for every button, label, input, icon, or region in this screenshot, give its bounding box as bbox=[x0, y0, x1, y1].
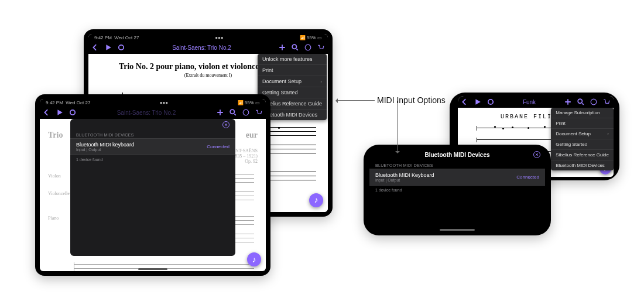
menu-doc-setup[interactable]: Document Setup› bbox=[258, 76, 327, 87]
bt-footer: 1 device found bbox=[70, 155, 235, 164]
play-icon[interactable] bbox=[56, 109, 63, 116]
close-icon[interactable] bbox=[533, 151, 540, 158]
status-battery: 55% bbox=[307, 35, 316, 40]
app-toolbar: Saint-Saens: Trio No.2 bbox=[40, 106, 266, 119]
notch bbox=[364, 179, 368, 202]
search-icon[interactable] bbox=[229, 109, 237, 116]
bt-device-io: Input | Output bbox=[76, 148, 134, 152]
fab-note-button[interactable]: ♪ bbox=[247, 252, 261, 266]
bt-device-name: Bluetooth MIDI Keyboard bbox=[375, 172, 434, 178]
bt-section-label: BLUETOOTH MIDI DEVICES bbox=[70, 131, 235, 138]
status-time: 9:42 PM bbox=[94, 35, 112, 40]
play-icon[interactable] bbox=[474, 98, 481, 105]
search-icon[interactable] bbox=[292, 44, 299, 51]
cart-icon[interactable] bbox=[255, 109, 262, 116]
menu-manage-subscription[interactable]: Manage Subscription bbox=[551, 108, 614, 118]
menu-reference-guide[interactable]: Sibelius Reference Guide bbox=[551, 150, 614, 160]
bt-device-io: Input | Output bbox=[375, 178, 434, 182]
svg-point-8 bbox=[578, 99, 582, 103]
fab-note-button[interactable]: ♪ bbox=[309, 193, 323, 207]
more-menu: Manage Subscription Print Document Setup… bbox=[551, 108, 614, 170]
close-icon[interactable] bbox=[222, 121, 229, 128]
score-title: Saint-Saens: Trio No.2 bbox=[125, 45, 279, 51]
status-date: Wed Oct 27 bbox=[114, 35, 139, 40]
home-indicator bbox=[440, 229, 475, 231]
doc-title-right: eur bbox=[246, 131, 258, 140]
home-indicator bbox=[138, 268, 167, 270]
svg-point-3 bbox=[70, 110, 75, 115]
bt-device-status: Connected bbox=[516, 175, 539, 180]
cart-icon[interactable] bbox=[603, 98, 610, 105]
menu-bluetooth-midi[interactable]: Bluetooth MIDI Devices bbox=[551, 160, 614, 170]
annotation-arrow bbox=[397, 101, 398, 152]
svg-point-4 bbox=[230, 110, 234, 114]
annotation-arrow bbox=[337, 100, 375, 101]
bt-device-row[interactable]: Bluetooth MIDI Keyboard Input | Output C… bbox=[369, 169, 545, 186]
annotation-label: MIDI Input Options bbox=[377, 95, 446, 105]
menu-print[interactable]: Print bbox=[551, 118, 614, 129]
chevron-right-icon: › bbox=[607, 131, 609, 136]
back-icon[interactable] bbox=[461, 98, 468, 105]
record-icon[interactable] bbox=[69, 109, 76, 116]
bt-device-row[interactable]: Bluetooth MIDI keyboard Input | Output C… bbox=[70, 138, 235, 155]
bt-section-label: BLUETOOTH MIDI DEVICES bbox=[369, 161, 545, 169]
svg-point-0 bbox=[119, 45, 124, 50]
search-icon[interactable] bbox=[577, 98, 584, 105]
doc-title-left: Trio bbox=[48, 131, 63, 140]
back-icon[interactable] bbox=[92, 44, 99, 51]
chevron-right-icon: › bbox=[320, 79, 322, 84]
record-icon[interactable] bbox=[118, 44, 125, 51]
globe-icon[interactable] bbox=[304, 44, 311, 51]
iphone-front-device: Bluetooth MIDI Devices BLUETOOTH MIDI DE… bbox=[364, 145, 551, 235]
ipad-front-screen: 9:42 PM Wed Oct 27 ●●● 📶 55% ▭ Saint-Sae… bbox=[40, 99, 266, 271]
bt-footer: 1 device found bbox=[369, 186, 545, 194]
bluetooth-midi-panel: BLUETOOTH MIDI DEVICES Bluetooth MIDI ke… bbox=[70, 119, 235, 256]
statusbar: 9:42 PM Wed Oct 27 ●●● 📶 55% ▭ bbox=[88, 34, 328, 41]
globe-icon[interactable] bbox=[590, 98, 597, 105]
play-icon[interactable] bbox=[105, 44, 112, 51]
menu-unlock-features[interactable]: Unlock more features bbox=[258, 54, 327, 65]
app-toolbar: Saint-Saens: Trio No.2 bbox=[88, 41, 328, 54]
add-icon[interactable] bbox=[564, 98, 571, 105]
svg-point-1 bbox=[292, 45, 296, 49]
bt-device-name: Bluetooth MIDI keyboard bbox=[76, 142, 134, 148]
score-title: Saint-Saens: Trio No.2 bbox=[76, 110, 217, 116]
add-icon[interactable] bbox=[279, 44, 286, 51]
svg-point-5 bbox=[243, 110, 249, 115]
back-icon[interactable] bbox=[43, 109, 50, 116]
cart-icon[interactable] bbox=[317, 44, 324, 51]
bt-title: Bluetooth MIDI Devices bbox=[424, 152, 489, 158]
iphone-front-screen: Bluetooth MIDI Devices BLUETOOTH MIDI DE… bbox=[369, 148, 545, 232]
globe-icon[interactable] bbox=[242, 109, 249, 116]
svg-point-2 bbox=[305, 45, 311, 50]
score-title: Funk bbox=[494, 99, 564, 105]
menu-print[interactable]: Print bbox=[258, 65, 327, 76]
svg-point-9 bbox=[591, 99, 597, 105]
add-icon[interactable] bbox=[217, 109, 224, 116]
menu-doc-setup[interactable]: Document Setup› bbox=[551, 129, 614, 139]
statusbar: 9:42 PM Wed Oct 27 ●●● 📶 55% ▭ bbox=[40, 99, 266, 106]
app-toolbar: Funk bbox=[458, 96, 614, 108]
ipad-front-device: 9:42 PM Wed Oct 27 ●●● 📶 55% ▭ Saint-Sae… bbox=[35, 94, 270, 276]
bt-device-status: Connected bbox=[207, 144, 229, 149]
menu-getting-started[interactable]: Getting Started bbox=[551, 139, 614, 150]
record-icon[interactable] bbox=[487, 98, 494, 105]
notch bbox=[450, 123, 454, 150]
svg-point-7 bbox=[488, 100, 493, 104]
